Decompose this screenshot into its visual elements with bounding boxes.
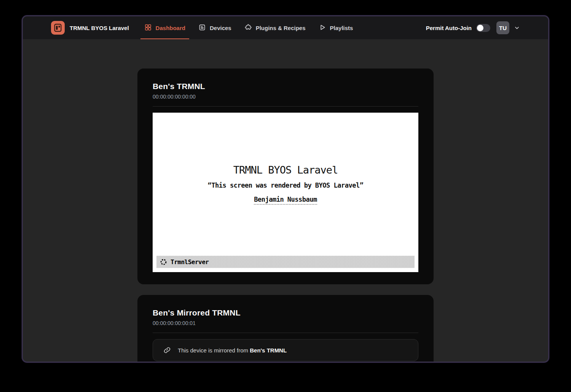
spinner-icon (160, 258, 167, 266)
link-icon (163, 346, 171, 354)
screen-content: TRMNL BYOS Laravel “This screen was rend… (153, 113, 418, 256)
chevron-down-icon[interactable] (514, 25, 520, 31)
tab-dashboard-label: Dashboard (156, 25, 185, 31)
user-avatar[interactable]: TU (496, 21, 509, 34)
puzzle-icon (244, 24, 252, 32)
brand-home-link[interactable]: TRMNL BYOS Laravel (51, 21, 129, 35)
permit-auto-join-label: Permit Auto-Join (426, 25, 472, 31)
toggle-knob (477, 25, 483, 31)
card-divider (153, 333, 418, 333)
tab-playlists[interactable]: Playlists (315, 16, 357, 39)
tab-devices-label: Devices (210, 25, 231, 31)
screen-author: Benjamin Nussbaum (254, 196, 317, 205)
permit-auto-join-toggle[interactable] (476, 24, 490, 32)
screen-title: TRMNL BYOS Laravel (233, 164, 338, 176)
mirror-note-box: This device is mirrored from Ben's TRMNL (153, 339, 418, 361)
screen-status-bar: TrmnlServer (156, 256, 415, 268)
tab-playlists-label: Playlists (330, 25, 353, 31)
mirror-source-name: Ben's TRMNL (250, 347, 287, 354)
device-name: Ben's TRMNL (153, 82, 418, 91)
device-card[interactable]: Ben's TRMNL 00:00:00:00:00:00 TRMNL BYOS… (137, 69, 434, 284)
device-mac-address: 00:00:00:00:00:00 (153, 94, 418, 100)
tab-plugins-recipes[interactable]: Plugins & Recipes (241, 16, 309, 39)
play-icon (319, 24, 326, 32)
tab-plugins-recipes-label: Plugins & Recipes (256, 25, 306, 31)
brand-title: TRMNL BYOS Laravel (70, 25, 129, 31)
tab-devices[interactable]: Devices (195, 16, 235, 39)
app-window: TRMNL BYOS Laravel Dashboard (22, 15, 549, 363)
status-bar-label: TrmnlServer (171, 258, 209, 266)
navbar-inner: TRMNL BYOS Laravel Dashboard (42, 16, 529, 39)
devices-icon (198, 24, 206, 32)
device-screen-preview: TRMNL BYOS Laravel “This screen was rend… (153, 113, 418, 272)
device-mac-address: 00:00:00:00:00:01 (153, 320, 418, 326)
grid-icon (144, 24, 152, 32)
dashboard-content: Ben's TRMNL 00:00:00:00:00:00 TRMNL BYOS… (23, 69, 548, 363)
trmnl-logo-icon (51, 21, 65, 35)
screen-quote: “This screen was rendered by BYOS Larave… (208, 182, 364, 189)
primary-nav: Dashboard Devices (140, 16, 357, 39)
device-card-mirrored[interactable]: Ben's Mirrored TRMNL 00:00:00:00:00:01 T… (137, 295, 434, 363)
tab-dashboard[interactable]: Dashboard (140, 16, 189, 39)
card-divider (153, 106, 418, 107)
navbar-right: Permit Auto-Join TU (426, 21, 520, 34)
device-name: Ben's Mirrored TRMNL (153, 308, 418, 317)
top-navbar: TRMNL BYOS Laravel Dashboard (23, 16, 548, 39)
mirror-note-text: This device is mirrored from Ben's TRMNL (178, 347, 287, 354)
